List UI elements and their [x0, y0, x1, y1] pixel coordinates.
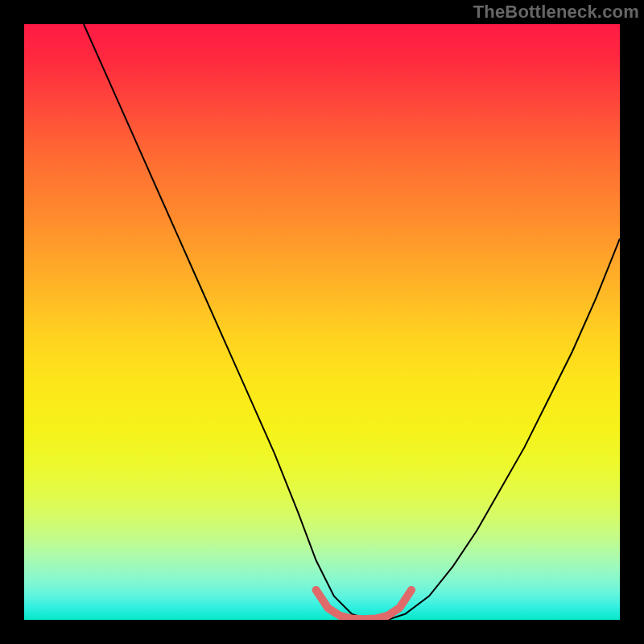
watermark-text: TheBottleneck.com: [473, 2, 639, 23]
highlight-layer: [24, 24, 620, 620]
plot-area: [24, 24, 620, 620]
optimal-region-marker: [316, 590, 411, 619]
chart-frame: TheBottleneck.com: [0, 0, 644, 644]
